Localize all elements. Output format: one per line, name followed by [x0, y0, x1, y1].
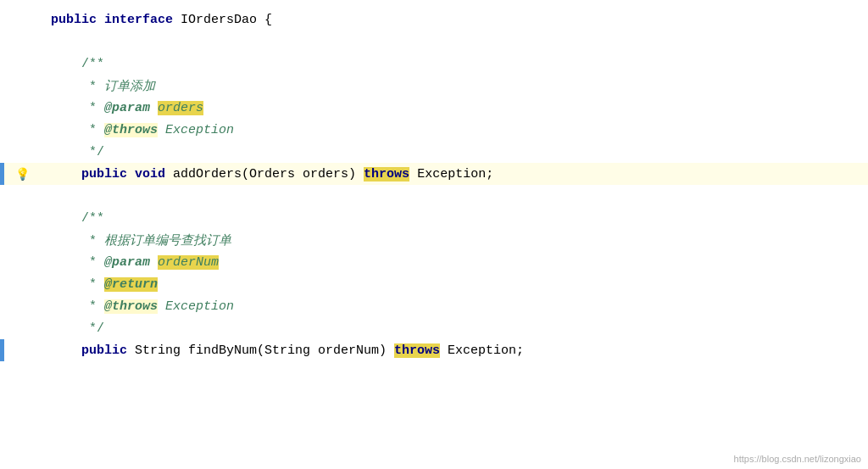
- code-line: * @throws Exception: [0, 295, 868, 317]
- code-token: *: [81, 234, 104, 248]
- code-token: @return: [104, 277, 158, 292]
- left-bar: [0, 339, 4, 361]
- code-token: *: [81, 123, 104, 137]
- code-token: public: [81, 167, 127, 181]
- code-line: * @return: [0, 273, 868, 295]
- code-token: @throws: [104, 123, 158, 137]
- code-line: [0, 185, 868, 207]
- code-token: [127, 167, 135, 181]
- code-token: *: [81, 255, 104, 270]
- line-content: * @param orderNum: [34, 255, 219, 270]
- code-token: throws: [364, 167, 409, 181]
- line-content: * @throws Exception: [34, 299, 234, 314]
- code-line: * 根据订单编号查找订单: [0, 229, 868, 251]
- code-token: void: [135, 167, 165, 181]
- code-line: */: [0, 317, 868, 339]
- line-content: * 订单添加: [34, 78, 155, 94]
- code-token: Exception;: [440, 343, 524, 358]
- code-line: */: [0, 141, 868, 163]
- line-gutter: 💡: [0, 167, 34, 181]
- code-token: [97, 13, 104, 27]
- code-editor: public interface IOrdersDao { /** * 订单添加…: [0, 0, 868, 469]
- code-token: @param: [104, 101, 150, 115]
- code-token: String findByNum(String orderNum): [127, 343, 394, 358]
- line-content: * @param orders: [34, 101, 203, 115]
- code-token: interface: [104, 13, 173, 27]
- code-token: *: [81, 299, 104, 314]
- line-content: */: [34, 321, 104, 336]
- line-content: * @throws Exception: [34, 123, 234, 137]
- code-line: /**: [0, 53, 868, 75]
- code-token: orderNum: [158, 255, 219, 270]
- code-line: [0, 31, 868, 53]
- line-content: * @return: [34, 277, 158, 292]
- code-token: *: [81, 101, 104, 115]
- code-token: @throws: [104, 299, 158, 314]
- code-token: 根据订单编号查找订单: [104, 234, 231, 248]
- code-token: throws: [394, 343, 440, 358]
- code-line: public interface IOrdersDao {: [0, 8, 868, 31]
- code-token: @param: [104, 255, 150, 270]
- line-content: public void addOrders(Orders orders) thr…: [34, 167, 493, 181]
- code-line: * @param orders: [0, 97, 868, 119]
- code-token: [150, 101, 158, 115]
- code-token: Exception: [158, 123, 234, 137]
- code-token: */: [81, 145, 104, 159]
- code-token: [150, 255, 158, 270]
- lightbulb-icon[interactable]: 💡: [15, 167, 29, 181]
- line-content: /**: [34, 211, 104, 226]
- code-token: Exception: [158, 299, 234, 314]
- code-token: */: [81, 321, 104, 336]
- code-line: * @throws Exception: [0, 119, 868, 141]
- code-token: *: [81, 277, 104, 292]
- code-token: addOrders(Orders orders): [165, 167, 364, 181]
- line-content: /**: [34, 57, 104, 71]
- code-line: 💡 public void addOrders(Orders orders) t…: [0, 163, 868, 185]
- code-token: public: [51, 13, 97, 27]
- line-content: */: [34, 145, 104, 159]
- code-token: 订单添加: [104, 80, 155, 94]
- code-token: orders: [158, 101, 203, 115]
- line-content: public interface IOrdersDao {: [34, 13, 272, 27]
- code-token: Exception;: [409, 167, 493, 181]
- code-line: * 订单添加: [0, 75, 868, 97]
- code-line: /**: [0, 207, 868, 229]
- code-token: /**: [81, 211, 104, 226]
- code-token: *: [81, 80, 104, 94]
- code-line: * @param orderNum: [0, 251, 868, 273]
- code-token: IOrdersDao {: [173, 13, 272, 27]
- line-content: * 根据订单编号查找订单: [34, 232, 231, 248]
- code-line: public String findByNum(String orderNum)…: [0, 339, 868, 361]
- code-token: public: [81, 343, 127, 358]
- code-token: /**: [81, 57, 104, 71]
- line-content: public String findByNum(String orderNum)…: [34, 343, 524, 358]
- watermark: https://blog.csdn.net/lizongxiao: [734, 454, 861, 464]
